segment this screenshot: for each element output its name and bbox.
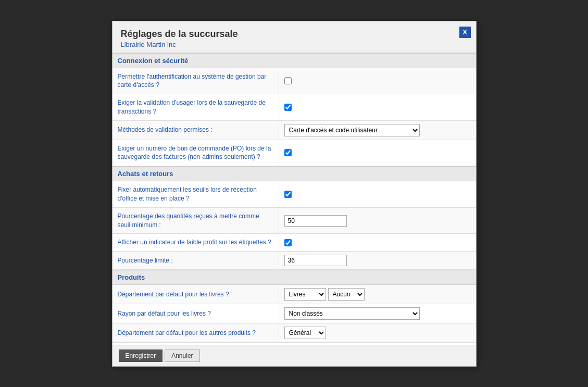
- control-faible-profit: [279, 236, 476, 249]
- label-rayon-livres: Rayon par défaut pour les livres ?: [112, 305, 279, 322]
- select-methodes-validation[interactable]: Carte d'accès et code utilisateur Code u…: [284, 124, 420, 136]
- control-auth-card: [279, 74, 476, 88]
- row-dept-autres: Département par défaut pour les autres p…: [112, 323, 476, 343]
- control-rayon-autres: Non classés Littérature Sciences: [279, 343, 476, 344]
- control-pourcentage-quantites: 50: [279, 212, 476, 230]
- dialog-subtitle: Librairie Martin inc: [121, 41, 468, 48]
- section-connexion: Connexion et sécurité: [112, 53, 476, 68]
- label-dept-livres: Département par défaut pour les livres ?: [112, 286, 279, 303]
- dialog: Réglages de la succursale Librairie Mart…: [112, 21, 477, 367]
- close-button[interactable]: X: [459, 27, 471, 38]
- checkbox-validation-usager[interactable]: [284, 104, 292, 111]
- checkbox-bon-commande[interactable]: [284, 149, 292, 156]
- select-dept-livres-sub[interactable]: Aucun Un: [328, 288, 365, 301]
- dialog-header: Réglages de la succursale Librairie Mart…: [112, 21, 476, 53]
- row-bon-commande: Exiger un numéro de bon de commande (PO)…: [112, 140, 476, 167]
- checkbox-auth-card[interactable]: [284, 77, 292, 84]
- dialog-footer: Enregistrer Annuler: [112, 345, 476, 366]
- cancel-button[interactable]: Annuler: [165, 349, 199, 362]
- row-dept-livres: Département par défaut pour les livres ?…: [112, 285, 476, 304]
- label-auth-card: Permettre l'authentification au système …: [112, 68, 279, 94]
- label-pourcentage-quantites: Pourcentage des quantités reçues à mettr…: [112, 208, 279, 234]
- row-pourcentage-limite: Pourcentage limite : 36: [112, 252, 476, 270]
- label-validation-usager: Exiger la validation d'usager lors de la…: [112, 94, 279, 120]
- select-dept-autres[interactable]: Général Livres: [284, 327, 326, 339]
- label-methodes-validation: Méthodes de validation permises :: [112, 121, 279, 139]
- label-rayon-autres: Rayon par défaut pour les autres produit…: [112, 344, 279, 345]
- section-achats: Achats et retours: [112, 166, 476, 181]
- row-auth-card: Permettre l'authentification au système …: [112, 68, 476, 95]
- save-button[interactable]: Enregistrer: [119, 349, 163, 362]
- dialog-body: Connexion et sécurité Permettre l'authen…: [112, 53, 476, 345]
- control-bon-commande: [279, 146, 476, 159]
- select-dept-livres[interactable]: Livres Général: [284, 288, 326, 301]
- checkbox-fixer-seuils[interactable]: [284, 191, 292, 198]
- row-methodes-validation: Méthodes de validation permises : Carte …: [112, 121, 476, 140]
- checkbox-faible-profit[interactable]: [284, 239, 292, 246]
- control-dept-livres: Livres Général Aucun Un: [279, 285, 476, 304]
- control-fixer-seuils: [279, 188, 476, 201]
- select-rayon-livres[interactable]: Non classés Littérature Sciences: [284, 307, 420, 320]
- label-faible-profit: Afficher un indicateur de faible profit …: [112, 234, 279, 251]
- label-fixer-seuils: Fixer automatiquement les seuils lors de…: [112, 181, 279, 207]
- label-dept-autres: Département par défaut pour les autres p…: [112, 324, 279, 342]
- input-pourcentage-limite[interactable]: 36: [284, 255, 347, 266]
- dialog-title: Réglages de la succursale: [121, 29, 468, 40]
- input-pourcentage-quantites[interactable]: 50: [284, 215, 347, 227]
- control-rayon-livres: Non classés Littérature Sciences: [279, 304, 476, 323]
- row-rayon-autres: Rayon par défaut pour les autres produit…: [112, 343, 476, 344]
- control-dept-autres: Général Livres: [279, 323, 476, 342]
- row-fixer-seuils: Fixer automatiquement les seuils lors de…: [112, 181, 476, 208]
- control-validation-usager: [279, 101, 476, 114]
- control-pourcentage-limite: 36: [279, 252, 476, 269]
- row-pourcentage-quantites: Pourcentage des quantités reçues à mettr…: [112, 208, 476, 234]
- control-methodes-validation: Carte d'accès et code utilisateur Code u…: [279, 121, 476, 140]
- row-faible-profit: Afficher un indicateur de faible profit …: [112, 234, 476, 252]
- section-produits: Produits: [112, 270, 476, 285]
- label-pourcentage-limite: Pourcentage limite :: [112, 252, 279, 269]
- label-bon-commande: Exiger un numéro de bon de commande (PO)…: [112, 140, 279, 166]
- row-validation-usager: Exiger la validation d'usager lors de la…: [112, 94, 476, 121]
- row-rayon-livres: Rayon par défaut pour les livres ? Non c…: [112, 304, 476, 323]
